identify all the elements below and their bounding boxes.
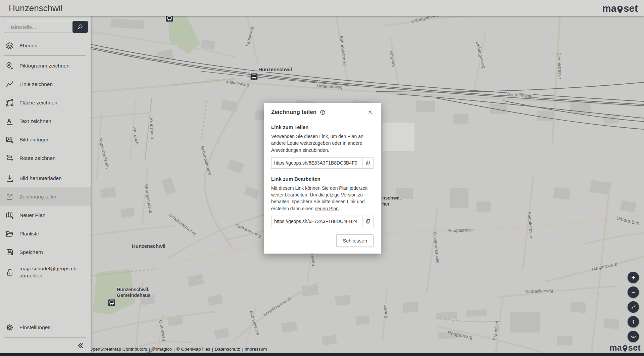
eye-icon: [631, 334, 636, 340]
search-input[interactable]: [5, 21, 74, 33]
svg-text:A: A: [7, 118, 11, 124]
dialog-title: Zeichnung teilen: [271, 109, 316, 116]
search-icon: [77, 23, 84, 31]
page-title: Hunzenschwil: [9, 3, 62, 13]
zoom-out-button[interactable]: [628, 286, 639, 298]
header-bar: Hunzenschwil ma set: [0, 0, 644, 16]
sidebar-item-bild-herunterladen[interactable]: Bild herunterladen: [0, 169, 91, 187]
map-controls: [628, 272, 639, 342]
train-station-icon[interactable]: [250, 73, 258, 80]
svg-text:nschwil,: nschwil,: [382, 195, 401, 201]
sidebar-item-piktogramm-zeichnen[interactable]: Piktogramm zeichnen: [0, 56, 91, 75]
sidebar-item-label: Zeichnung teilen: [19, 194, 58, 200]
search-button[interactable]: [72, 21, 88, 33]
schliessen-button[interactable]: Schliessen: [336, 234, 374, 247]
svg-text:Ilisweg: Ilisweg: [383, 304, 389, 318]
question-circle-icon: [319, 109, 326, 116]
map-plus-icon: [5, 211, 14, 220]
map-stations: [108, 15, 258, 306]
attribution-link[interactable]: © OpenStreetMap Contributors: [85, 347, 147, 352]
double-chevron-left-icon: [76, 342, 85, 350]
svg-text:Krebsbach: Krebsbach: [148, 118, 155, 139]
help-button[interactable]: [319, 109, 326, 116]
svg-text:Hunzenschwil: Hunzenschwil: [258, 66, 292, 72]
sidebar-item-label: maja.schudel@geops.chabmelden: [19, 265, 77, 279]
download-icon: [5, 174, 14, 183]
share-icon: [5, 192, 14, 201]
layers-icon: [5, 41, 14, 50]
attribution-link[interactable]: Impressum: [245, 347, 267, 352]
attribution-separator: |: [174, 347, 175, 352]
divider: [4, 55, 86, 56]
plus-icon: [631, 275, 636, 280]
attribution-link[interactable]: © OpenMapTiles: [177, 347, 210, 352]
attribution-link[interactable]: © imagico: [152, 347, 172, 352]
sidebar-item-text-zeichnen[interactable]: AText zeichnen: [0, 112, 91, 130]
sidebar-item-ebenen[interactable]: Ebenen: [0, 36, 91, 55]
image-plus-icon: [5, 135, 14, 144]
mapset-logo-map: ma set: [609, 343, 641, 352]
stop-search: [5, 21, 88, 33]
divider: [4, 337, 86, 338]
compass-icon: [631, 319, 636, 325]
dialog-header: Zeichnung teilen: [271, 109, 374, 116]
sidebar-item-abmelden[interactable]: maja.schudel@geops.chabmelden: [0, 263, 91, 281]
sidebar-item-flaeche-zeichnen[interactable]: Fläche zeichnen: [0, 93, 91, 112]
svg-text:Am Bach: Am Bach: [132, 127, 139, 145]
svg-text:Bahnhofstrasse: Bahnhofstrasse: [339, 36, 348, 66]
fit-extent-button[interactable]: [628, 301, 639, 313]
north-arrow-button[interactable]: [628, 316, 639, 327]
sidebar-item-zeichnung-teilen[interactable]: Zeichnung teilen: [0, 187, 91, 206]
sidebar-item-route-zeichnen[interactable]: Route zeichnen: [0, 149, 91, 167]
sidebar-item-label: Piktogramm zeichnen: [19, 63, 69, 69]
sidebar-item-label: Text zeichnen: [19, 118, 51, 124]
mapset-logo-text: ma: [609, 344, 622, 352]
sidebar-item-label: Fläche zeichnen: [19, 100, 57, 106]
save-icon: [5, 248, 14, 257]
sidebar-item-label: Route zeichnen: [19, 155, 56, 161]
map-pin-icon: [622, 345, 628, 353]
zoom-in-button[interactable]: [628, 272, 639, 283]
neuen-plan-link[interactable]: neuen Plan: [315, 206, 339, 211]
attribution-link[interactable]: Datenschutz: [215, 347, 240, 352]
share-link-heading: Link zum Teilen: [271, 124, 374, 130]
dialog-close-button[interactable]: [367, 109, 374, 116]
share-url-input[interactable]: [271, 158, 362, 168]
sidebar-item-bild-einfuegen[interactable]: Bild einfügen: [0, 130, 91, 149]
svg-text:Korbackerweg: Korbackerweg: [235, 222, 262, 238]
visibility-button[interactable]: [628, 331, 639, 342]
copy-icon: [365, 219, 371, 224]
map-attribution: © OpenStreetMap Contributors|© imagico|©…: [85, 347, 267, 352]
sidebar-item-linie-zeichnen[interactable]: Linie zeichnen: [0, 75, 91, 93]
svg-text:Hunzenschwil,: Hunzenschwil,: [117, 287, 149, 292]
map-pin-icon: [617, 5, 623, 14]
svg-text:Hunzenschwil: Hunzenschwil: [132, 243, 165, 249]
bus-station-icon[interactable]: [108, 299, 115, 306]
sidebar-collapse-button[interactable]: [76, 341, 85, 351]
svg-text:Hauptstrasse: Hauptstrasse: [591, 261, 617, 272]
sidebar-item-label: Speichern: [19, 249, 43, 255]
sidebar-item-label: Planliste: [19, 231, 39, 237]
sidebar-item-einstellungen[interactable]: Einstellungen: [0, 318, 91, 337]
sidebar-item-label: Ebenen: [19, 43, 37, 49]
polyline-icon: [5, 80, 14, 89]
edit-link-description: Mit diesem Link können Sie den Plan jede…: [271, 185, 374, 212]
share-link-description: Verwenden Sie diesen Link, um den Plan a…: [271, 133, 374, 153]
sidebar-menu: EbenenPiktogramm zeichnenLinie zeichnenF…: [0, 36, 91, 281]
mapset-logo-text: set: [628, 344, 641, 352]
sidebar-item-planliste[interactable]: Planliste: [0, 224, 91, 243]
close-icon: [367, 109, 373, 115]
svg-text:Liebeggerweg: Liebeggerweg: [475, 41, 486, 69]
copy-share-url-button[interactable]: [362, 158, 373, 168]
divider: [4, 168, 86, 168]
share-dialog: Zeichnung teilen Link zum Teilen Verwend…: [264, 103, 381, 254]
folder-icon: [5, 229, 14, 238]
bus-station-icon[interactable]: [166, 15, 173, 22]
edit-url-input[interactable]: [271, 216, 362, 227]
copy-edit-url-button[interactable]: [362, 216, 373, 227]
svg-text:Korbackerweg: Korbackerweg: [525, 288, 553, 294]
svg-text:Gewerbestrasse: Gewerbestrasse: [432, 232, 441, 264]
sidebar-item-neuer-plan[interactable]: Neuer Plan: [0, 206, 91, 224]
sidebar-item-speichern[interactable]: Speichern: [0, 243, 91, 261]
route-icon: [5, 154, 14, 163]
